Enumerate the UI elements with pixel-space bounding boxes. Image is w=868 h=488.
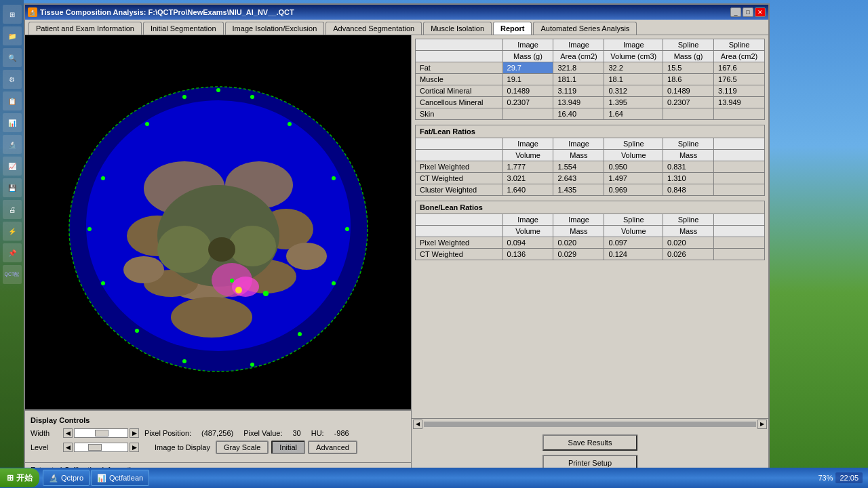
icon-12[interactable]: 📌 <box>3 243 22 262</box>
cluster-weighted-v2: 1.435 <box>553 184 604 196</box>
pixel-position-label: Pixel Position: <box>144 429 191 437</box>
scroll-track[interactable] <box>424 422 756 427</box>
icon-3[interactable]: 🔍 <box>3 48 22 67</box>
bl-empty-1 <box>416 214 503 226</box>
svg-point-16 <box>208 237 235 262</box>
level-right-arrow[interactable]: ▶ <box>130 443 139 452</box>
display-buttons: Gray Scale Initial Advanced <box>216 441 357 454</box>
cluster-weighted-v4: 0.848 <box>663 184 714 196</box>
fat-lean-header: Fat/Lean Ratios <box>416 125 765 138</box>
level-label: Level <box>31 443 58 451</box>
cortical-area: 3.119 <box>553 85 604 97</box>
icon-4[interactable]: ⚙ <box>3 70 22 89</box>
tab-image-isolation[interactable]: Image Isolation/Exclusion <box>225 22 325 35</box>
sub-header-sarea: Area (cm2) <box>714 51 765 62</box>
icon-1[interactable]: ⊞ <box>3 5 22 24</box>
pixel-value-label: Pixel Value: <box>243 429 282 437</box>
width-track[interactable] <box>74 428 128 438</box>
bone-lean-section-header: Bone/Lean Ratios <box>416 201 765 214</box>
bl-empty-3 <box>416 226 503 237</box>
icon-7[interactable]: 🔬 <box>3 135 22 154</box>
close-button[interactable]: ✕ <box>755 7 766 17</box>
level-track[interactable] <box>74 443 128 452</box>
level-thumb[interactable] <box>88 444 102 451</box>
minimize-button[interactable]: _ <box>730 7 741 17</box>
maximize-button[interactable]: □ <box>743 7 753 17</box>
svg-point-12 <box>286 243 327 270</box>
qctfatlean-label: Qctfatlean <box>109 474 143 482</box>
fat-sarea: 167.6 <box>714 62 765 74</box>
col-header-row-1: Image Image Image Spline Spline <box>416 39 765 51</box>
icon-9[interactable]: 💾 <box>3 178 22 197</box>
fl-empty-2 <box>714 138 765 150</box>
cluster-weighted-v3: 0.969 <box>604 184 663 196</box>
fat-mass: 29.7 <box>502 62 553 74</box>
tab-automated[interactable]: Automated Series Analysis <box>533 22 637 35</box>
bone-pixel-v1: 0.094 <box>502 237 553 249</box>
scroll-left-button[interactable]: ◀ <box>413 420 422 429</box>
data-table-area[interactable]: Image Image Image Spline Spline Mass (g)… <box>412 35 768 418</box>
svg-point-15 <box>229 226 276 266</box>
taskbar-app-qctfatlean[interactable]: 📊 Qctfatlean <box>91 470 149 486</box>
skin-area: 16.40 <box>553 108 604 120</box>
svg-point-29 <box>332 281 336 285</box>
svg-point-22 <box>145 122 149 126</box>
width-row: Width ◀ ▶ Pixel Position: (487,256) Pixe… <box>31 428 406 438</box>
muscle-area: 181.1 <box>553 74 604 85</box>
svg-point-32 <box>182 359 186 363</box>
fl-volume-1: Volume <box>502 150 553 161</box>
fl-mass-2: Mass <box>663 150 714 161</box>
hu-value: -986 <box>334 429 349 437</box>
icon-6[interactable]: 📊 <box>3 113 22 132</box>
cortical-vol: 0.312 <box>604 85 663 97</box>
level-slider[interactable]: ◀ ▶ <box>63 443 139 452</box>
skin-smass <box>663 108 714 120</box>
cluster-weighted-label: Cluster Weighted <box>416 184 503 196</box>
table-row-cancellous: Cancellous Mineral 0.2307 13.949 1.395 0… <box>416 97 765 108</box>
width-slider[interactable]: ◀ ▶ <box>63 428 139 438</box>
cancellous-mass: 0.2307 <box>502 97 553 108</box>
horizontal-scrollbar[interactable]: ◀ ▶ <box>412 418 768 429</box>
fl-image-2: Image <box>553 138 604 150</box>
content-area: Display Controls Width ◀ ▶ Pixel Positio… <box>25 35 768 476</box>
sub-header-smass: Mass (g) <box>663 51 714 62</box>
tab-advanced-seg[interactable]: Advanced Segmentation <box>326 22 422 35</box>
width-left-arrow[interactable]: ◀ <box>63 428 73 438</box>
initial-button[interactable]: Initial <box>271 441 305 454</box>
data-panel: Image Image Image Spline Spline Mass (g)… <box>412 35 768 476</box>
header-image-area: Image <box>553 39 604 51</box>
bl-empty-2 <box>714 214 765 226</box>
cortical-label: Cortical Mineral <box>416 85 503 97</box>
svg-point-28 <box>101 281 105 285</box>
left-icon-panel: ⊞ 📁 🔍 ⚙ 📋 📊 🔬 📈 💾 🖨 ⚡ 📌 QCT配 <box>0 0 24 468</box>
image-panel: Display Controls Width ◀ ▶ Pixel Positio… <box>25 35 412 476</box>
tab-patient[interactable]: Patient and Exam Information <box>28 22 142 35</box>
icon-10[interactable]: 🖨 <box>3 200 22 219</box>
ct-scan-image <box>49 53 388 392</box>
battery-level: 73% <box>818 474 833 482</box>
fl-empty-3 <box>416 150 503 161</box>
width-right-arrow[interactable]: ▶ <box>130 428 139 438</box>
taskbar-app-qctpro[interactable]: 🔬 Qctpro <box>43 470 90 486</box>
icon-8[interactable]: 📈 <box>3 157 22 176</box>
scroll-right-button[interactable]: ▶ <box>757 420 767 429</box>
table-row-bone-ct: CT Weighted 0.136 0.029 0.124 0.026 <box>416 249 765 260</box>
tab-initial-seg[interactable]: Initial Segmentation <box>143 22 224 35</box>
advanced-button[interactable]: Advanced <box>308 441 357 454</box>
start-button[interactable]: ⊞ 开始 <box>0 468 39 487</box>
header-empty-1 <box>416 39 503 51</box>
icon-11[interactable]: ⚡ <box>3 222 22 241</box>
muscle-vol: 18.1 <box>604 74 663 85</box>
cortical-sarea: 3.119 <box>714 85 765 97</box>
bl-image-2: Image <box>553 214 604 226</box>
icon-qct[interactable]: QCT配 <box>3 265 22 284</box>
tab-report[interactable]: Report <box>493 22 532 35</box>
tab-muscle[interactable]: Muscle Isolation <box>423 22 492 35</box>
width-thumb[interactable] <box>95 430 108 436</box>
save-results-button[interactable]: Save Results <box>542 434 637 451</box>
icon-2[interactable]: 📁 <box>3 26 22 45</box>
grayscale-button[interactable]: Gray Scale <box>216 441 269 454</box>
ct-weighted-v3: 1.497 <box>604 173 663 184</box>
icon-5[interactable]: 📋 <box>3 92 22 110</box>
level-left-arrow[interactable]: ◀ <box>63 443 73 452</box>
